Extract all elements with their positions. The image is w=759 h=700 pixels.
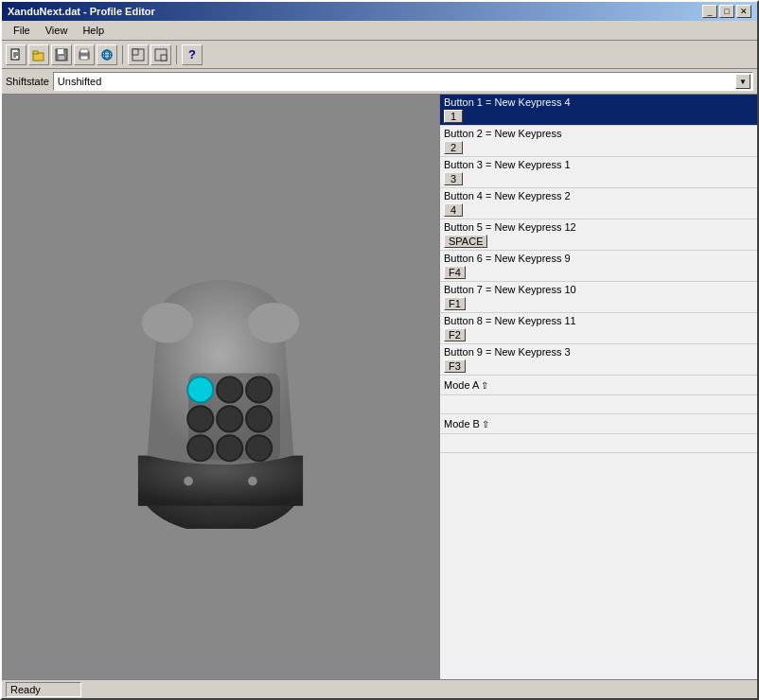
maximize-button[interactable]: □ xyxy=(719,5,734,18)
svg-point-35 xyxy=(184,477,193,486)
button-entry-6[interactable]: Button 6 = New Keypress 9 F4 xyxy=(440,251,757,282)
shiftstate-dropdown-arrow[interactable]: ▼ xyxy=(735,74,750,89)
svg-point-28 xyxy=(246,376,272,402)
view1-icon xyxy=(132,48,145,61)
shiftstate-bar: Shiftstate Unshifted ▼ xyxy=(2,69,757,95)
mode-b-label: Mode B xyxy=(444,418,480,429)
mode-b-entry[interactable]: Mode B ⇧ xyxy=(440,414,757,434)
menu-file[interactable]: File xyxy=(6,23,38,38)
svg-point-26 xyxy=(187,376,213,402)
button-entry-5[interactable]: Button 5 = New Keypress 12 SPACE xyxy=(440,219,757,251)
mode-b-icon: ⇧ xyxy=(482,419,489,429)
toolbar: ? xyxy=(2,41,757,69)
controller-panel xyxy=(2,95,439,679)
button-entry-1[interactable]: Button 1 = New Keypress 4 1 xyxy=(440,95,757,126)
mode-a-label: Mode A xyxy=(444,379,479,391)
button-5-key[interactable]: SPACE xyxy=(444,235,487,248)
svg-rect-8 xyxy=(59,56,64,60)
button-8-key[interactable]: F2 xyxy=(444,328,466,341)
svg-rect-10 xyxy=(80,49,88,53)
svg-rect-20 xyxy=(161,55,167,61)
mode-a-icon: ⇧ xyxy=(481,380,488,391)
shiftstate-label: Shiftstate xyxy=(6,76,49,87)
status-bar: Ready xyxy=(2,679,757,698)
button-2-label: Button 2 = New Keypress xyxy=(444,128,753,139)
svg-point-31 xyxy=(246,406,272,431)
minimize-button[interactable]: _ xyxy=(702,5,717,18)
button-9-label: Button 9 = New Keypress 3 xyxy=(444,346,753,358)
svg-rect-7 xyxy=(58,49,63,54)
button-list-panel[interactable]: Button 1 = New Keypress 4 1 Button 2 = N… xyxy=(439,95,757,679)
button-entry-3[interactable]: Button 3 = New Keypress 1 3 xyxy=(440,157,757,188)
menu-view[interactable]: View xyxy=(38,23,76,38)
view2-button[interactable] xyxy=(150,44,171,65)
open-icon xyxy=(32,48,45,61)
button-entry-4[interactable]: Button 4 = New Keypress 2 4 xyxy=(440,188,757,219)
button-8-label: Button 8 = New Keypress 11 xyxy=(444,315,753,326)
menu-help[interactable]: Help xyxy=(75,23,112,38)
button-4-key[interactable]: 4 xyxy=(444,203,463,217)
toolbar-separator-2 xyxy=(176,45,177,64)
title-bar-controls: _ □ ✕ xyxy=(702,5,751,18)
svg-point-24 xyxy=(248,303,299,343)
view2-icon xyxy=(154,48,168,61)
button-entry-2[interactable]: Button 2 = New Keypress 2 xyxy=(440,126,757,157)
globe-button[interactable] xyxy=(97,44,117,65)
print-icon xyxy=(78,48,91,61)
toolbar-separator xyxy=(122,45,123,64)
controller-image xyxy=(97,245,344,529)
button-3-key[interactable]: 3 xyxy=(444,172,463,185)
status-label: Ready xyxy=(10,684,41,695)
main-window: XanduNext.dat - Profile Editor _ □ ✕ Fil… xyxy=(0,0,759,700)
close-button[interactable]: ✕ xyxy=(736,5,751,18)
menu-bar: File View Help xyxy=(2,21,757,41)
new-icon xyxy=(9,48,23,61)
help-button[interactable]: ? xyxy=(182,44,203,65)
svg-point-34 xyxy=(246,435,272,461)
button-6-key[interactable]: F4 xyxy=(444,266,466,279)
svg-rect-5 xyxy=(33,51,38,54)
print-button[interactable] xyxy=(74,44,95,65)
svg-rect-11 xyxy=(80,56,88,60)
button-7-label: Button 7 = New Keypress 10 xyxy=(444,284,753,295)
button-entry-9[interactable]: Button 9 = New Keypress 3 F3 xyxy=(440,344,757,376)
button-1-label: Button 1 = New Keypress 4 xyxy=(444,96,753,108)
globe-icon xyxy=(100,48,114,61)
empty-entry-1 xyxy=(440,395,757,414)
mode-a-entry[interactable]: Mode A ⇧ xyxy=(440,376,757,395)
button-9-key[interactable]: F3 xyxy=(444,359,466,373)
svg-point-36 xyxy=(248,477,257,486)
save-icon xyxy=(55,48,68,61)
title-bar: XanduNext.dat - Profile Editor _ □ ✕ xyxy=(2,2,757,21)
svg-point-33 xyxy=(217,435,242,461)
button-6-label: Button 6 = New Keypress 9 xyxy=(444,253,753,264)
svg-point-30 xyxy=(217,406,242,431)
svg-rect-18 xyxy=(132,49,138,55)
button-1-key[interactable]: 1 xyxy=(444,110,463,123)
view1-button[interactable] xyxy=(128,44,149,65)
empty-entry-2 xyxy=(440,434,757,453)
button-5-label: Button 5 = New Keypress 12 xyxy=(444,221,753,233)
button-entry-7[interactable]: Button 7 = New Keypress 10 F1 xyxy=(440,282,757,313)
open-button[interactable] xyxy=(28,44,49,65)
svg-point-29 xyxy=(187,406,213,431)
shiftstate-combo[interactable]: Unshifted ▼ xyxy=(53,72,753,91)
svg-point-27 xyxy=(217,376,242,402)
main-content: Button 1 = New Keypress 4 1 Button 2 = N… xyxy=(2,95,757,679)
button-entry-8[interactable]: Button 8 = New Keypress 11 F2 xyxy=(440,313,757,344)
window-title: XanduNext.dat - Profile Editor xyxy=(8,6,155,17)
svg-point-23 xyxy=(142,303,193,343)
button-3-label: Button 3 = New Keypress 1 xyxy=(444,159,753,170)
button-4-label: Button 4 = New Keypress 2 xyxy=(444,190,753,201)
button-7-key[interactable]: F1 xyxy=(444,297,466,310)
new-button[interactable] xyxy=(6,44,26,65)
button-2-key[interactable]: 2 xyxy=(444,141,463,154)
shiftstate-value: Unshifted xyxy=(58,76,101,87)
svg-point-32 xyxy=(187,435,213,461)
save-button[interactable] xyxy=(51,44,72,65)
status-text: Ready xyxy=(6,682,81,697)
